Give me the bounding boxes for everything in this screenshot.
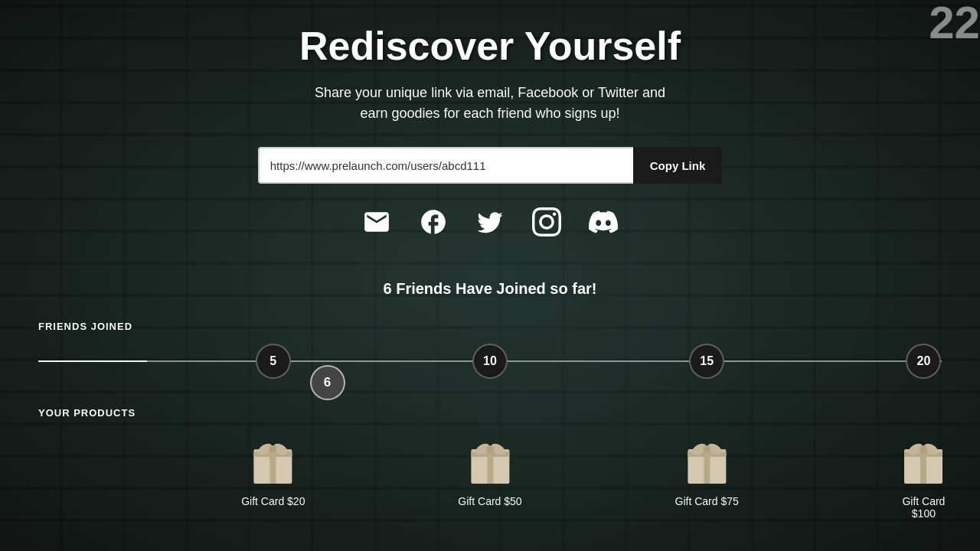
product-item-50: Gift Card $50 (458, 434, 521, 507)
milestone-row: 5 10 15 20 6 (38, 346, 942, 377)
instagram-icon (532, 207, 561, 236)
product-item-100: Gift Card $100 (900, 434, 946, 520)
gift-icon-20 (250, 434, 296, 489)
progress-fill (38, 360, 147, 362)
product-label-75: Gift Card $75 (675, 495, 739, 507)
facebook-share-button[interactable] (413, 202, 453, 242)
svg-point-6 (270, 445, 277, 453)
copy-link-button[interactable]: Copy Link (633, 147, 723, 184)
discord-icon (589, 207, 618, 236)
milestone-circle-10: 10 (472, 344, 508, 379)
product-item-20: Gift Card $20 (241, 434, 305, 507)
email-share-button[interactable] (357, 202, 397, 242)
progress-section: FRIENDS JOINED 5 10 15 20 6 (38, 321, 942, 377)
svg-point-20 (703, 445, 710, 453)
gift-icon-50 (467, 434, 513, 489)
twitter-icon (475, 207, 505, 236)
svg-point-27 (920, 445, 927, 453)
gift-icon-75 (684, 434, 730, 489)
facebook-icon (419, 207, 448, 236)
page-title: Rediscover Yourself (299, 23, 681, 69)
products-row: Gift Card $20 Gift Card $50 (38, 434, 942, 503)
milestone-circle-20: 20 (906, 344, 941, 379)
current-circle: 6 (310, 365, 345, 400)
email-icon (362, 207, 391, 236)
milestone-circle-5: 5 (256, 344, 291, 379)
link-row: Copy Link (258, 147, 723, 184)
subtitle-text: Share your unique link via email, Facebo… (315, 83, 665, 124)
friends-joined-text: 6 Friends Have Joined so far! (384, 280, 597, 298)
products-label: YOUR PRODUCTS (38, 407, 942, 419)
product-label-50: Gift Card $50 (458, 495, 521, 507)
referral-link-input[interactable] (258, 147, 633, 184)
milestone-circle-15: 15 (689, 344, 724, 379)
progress-label: FRIENDS JOINED (38, 321, 942, 332)
product-label-100: Gift Card $100 (900, 495, 946, 520)
product-label-20: Gift Card $20 (241, 495, 305, 507)
social-icons-row (357, 202, 623, 242)
twitter-share-button[interactable] (470, 202, 510, 242)
milestone-15: 15 (689, 344, 724, 379)
milestone-5: 5 (256, 344, 291, 379)
gift-icon-100 (900, 434, 946, 489)
main-container: Rediscover Yourself Share your unique li… (0, 0, 980, 551)
milestone-20: 20 (906, 344, 941, 379)
instagram-share-button[interactable] (527, 202, 567, 242)
svg-point-13 (486, 445, 494, 453)
discord-share-button[interactable] (583, 202, 623, 242)
products-section: YOUR PRODUCTS Gift Card $20 (38, 407, 942, 503)
milestone-10: 10 (472, 344, 508, 379)
current-position: 6 (310, 365, 345, 400)
product-item-75: Gift Card $75 (675, 434, 739, 507)
